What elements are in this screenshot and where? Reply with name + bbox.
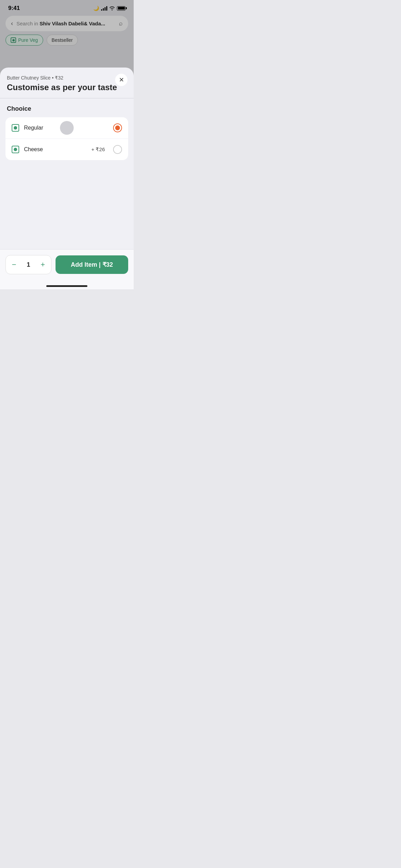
option-regular-name: Regular	[24, 125, 108, 131]
item-title: Customise as per your taste	[7, 83, 127, 93]
divider	[0, 98, 134, 98]
home-indicator	[0, 282, 134, 289]
option-cheese[interactable]: Cheese + ₹26	[5, 138, 128, 160]
option-cheese-price: + ₹26	[91, 146, 105, 153]
option-cheese-name: Cheese	[24, 146, 86, 153]
veg-badge-cheese	[12, 146, 19, 153]
item-subtitle: Butter Chutney Slice • ₹32	[7, 75, 127, 81]
bottom-bar: − 1 + Add Item | ₹32	[0, 249, 134, 282]
radio-regular[interactable]	[113, 123, 122, 132]
options-card: Regular Cheese + ₹26	[5, 117, 128, 160]
close-button[interactable]: ✕	[115, 74, 127, 86]
empty-space	[0, 167, 134, 249]
bottom-sheet: ✕ Butter Chutney Slice • ₹32 Customise a…	[0, 68, 134, 289]
increase-button[interactable]: +	[35, 255, 51, 274]
home-bar	[46, 285, 87, 287]
radio-cheese[interactable]	[113, 145, 122, 154]
quantity-control: − 1 +	[5, 255, 51, 274]
section-label: Chooice	[0, 105, 134, 117]
option-regular[interactable]: Regular	[5, 117, 128, 138]
decrease-button[interactable]: −	[6, 255, 22, 274]
veg-badge-regular	[12, 124, 19, 132]
add-item-button[interactable]: Add Item | ₹32	[56, 255, 128, 274]
quantity-value: 1	[22, 261, 35, 268]
sheet-header: ✕ Butter Chutney Slice • ₹32 Customise a…	[0, 68, 134, 98]
